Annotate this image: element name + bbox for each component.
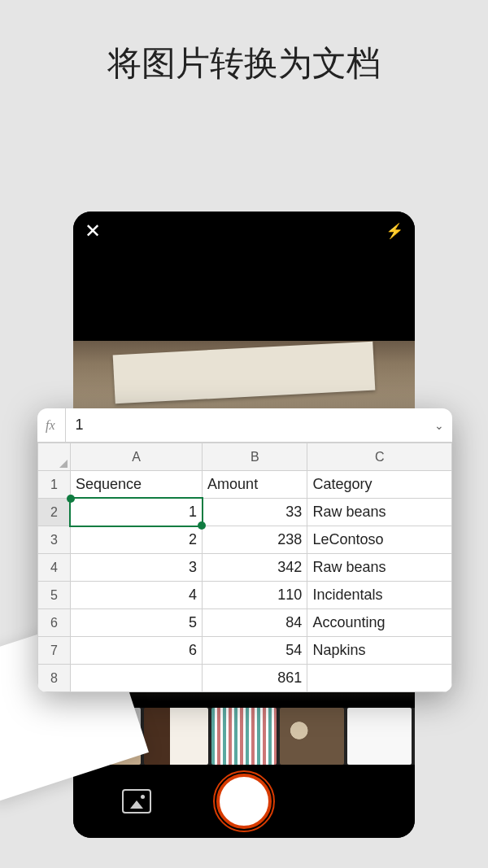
cell[interactable]: 54 (203, 637, 307, 665)
thumbnail[interactable] (144, 708, 208, 765)
cell[interactable]: 4 (71, 582, 203, 609)
cell[interactable]: LeContoso (307, 526, 452, 554)
cell[interactable]: Sequence (71, 471, 203, 499)
gallery-icon[interactable] (122, 789, 151, 813)
cell[interactable]: 2 (71, 526, 203, 554)
cell[interactable]: Raw beans (307, 554, 452, 582)
scanned-paper (113, 342, 376, 404)
cell[interactable] (307, 665, 452, 692)
camera-topbar: ✕ ⚡ (73, 212, 415, 251)
col-header-b[interactable]: B (203, 443, 307, 471)
close-icon[interactable]: ✕ (85, 220, 101, 242)
thumbnail[interactable] (211, 708, 276, 765)
cell[interactable]: Amount (203, 471, 307, 499)
cell[interactable]: 6 (71, 637, 203, 665)
cell[interactable]: Incidentals (307, 582, 452, 609)
thumbnail[interactable] (347, 708, 412, 765)
cell[interactable]: 3 (71, 554, 203, 582)
cell[interactable]: 238 (203, 526, 307, 554)
cell[interactable]: 5 (71, 609, 203, 637)
cell[interactable]: 33 (203, 499, 307, 526)
select-all-corner[interactable] (38, 443, 71, 471)
row-header[interactable]: 4 (38, 554, 71, 582)
spreadsheet-grid[interactable]: A B C 1 Sequence Amount Category 2 1 33 … (37, 443, 452, 692)
fx-icon: fx (46, 408, 66, 442)
row-header[interactable]: 6 (38, 609, 71, 637)
cell[interactable]: Accounting (307, 609, 452, 637)
flash-icon[interactable]: ⚡ (386, 222, 403, 240)
cell[interactable]: 110 (203, 582, 307, 609)
cell[interactable] (71, 665, 203, 692)
row-header[interactable]: 2 (38, 499, 71, 526)
col-header-c[interactable]: C (307, 443, 452, 471)
row-header[interactable]: 3 (38, 526, 71, 554)
cell[interactable]: 84 (203, 609, 307, 637)
cell[interactable]: 861 (203, 665, 307, 692)
chevron-down-icon[interactable]: ⌄ (434, 419, 444, 432)
row-header[interactable]: 8 (38, 665, 71, 692)
col-header-a[interactable]: A (71, 443, 203, 471)
formula-value[interactable]: 1 (66, 417, 434, 434)
cell[interactable]: Napkins (307, 637, 452, 665)
cell[interactable]: Category (307, 471, 452, 499)
cell[interactable]: 342 (203, 554, 307, 582)
shutter-button[interactable] (216, 774, 272, 829)
cell[interactable]: Raw beans (307, 499, 452, 526)
row-header[interactable]: 7 (38, 637, 71, 665)
formula-bar[interactable]: fx 1 ⌄ (37, 408, 452, 443)
page-headline: 将图片转换为文档 (0, 0, 488, 119)
thumbnail[interactable] (280, 708, 344, 765)
camera-bottom-bar (73, 765, 415, 838)
row-header[interactable]: 1 (38, 471, 71, 499)
row-header[interactable]: 5 (38, 582, 71, 609)
spreadsheet-overlay: fx 1 ⌄ A B C 1 Sequence Amount Category … (37, 408, 452, 692)
cell-selected[interactable]: 1 (71, 499, 203, 526)
